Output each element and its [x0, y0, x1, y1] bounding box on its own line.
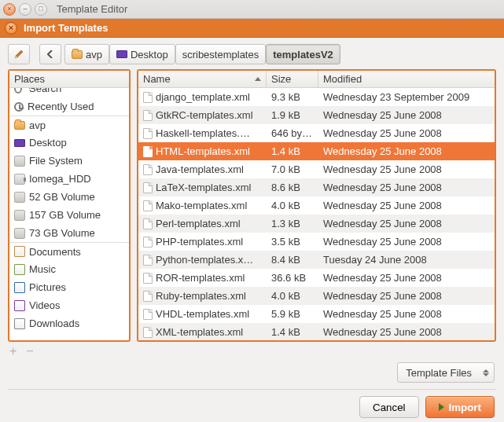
places-item-music[interactable]: Music [9, 260, 129, 278]
usb-icon [14, 174, 25, 185]
file-columns-header: Name Size Modified [138, 71, 495, 88]
chevron-left-icon [47, 50, 53, 58]
places-item-iomega-hdd[interactable]: Iomega_HDD [9, 170, 129, 188]
disk-icon [14, 192, 25, 203]
places-item-52-gb-volume[interactable]: 52 GB Volume [9, 188, 129, 206]
file-icon [143, 237, 153, 248]
places-remove-button[interactable]: − [26, 345, 33, 358]
combo-spin-icon [483, 369, 489, 376]
edit-path-button[interactable] [8, 44, 30, 64]
places-item-157-gb-volume[interactable]: 157 GB Volume [9, 206, 129, 224]
desktop-icon [116, 50, 127, 58]
file-row[interactable]: PHP-templates.xml3.5 kBWednesday 25 June… [138, 233, 495, 251]
places-item-pictures[interactable]: Pictures [9, 278, 129, 296]
dialog-header: × Import Templates [0, 19, 504, 38]
places-item-recently-used[interactable]: Recently Used [9, 97, 129, 116]
disk-icon [14, 210, 25, 221]
disk-icon [14, 156, 25, 167]
sort-asc-icon [255, 77, 261, 81]
file-row[interactable]: Haskell-templates.…646 bytesWednesday 25… [138, 124, 495, 142]
column-name[interactable]: Name [138, 71, 267, 87]
file-icon [143, 92, 153, 103]
dialog-close-button[interactable]: × [5, 22, 17, 35]
places-sidebar: Places SearchRecently UsedavpDesktopFile… [8, 69, 131, 342]
file-icon [143, 164, 153, 175]
recent-icon [14, 102, 24, 112]
file-icon [143, 128, 153, 139]
file-row[interactable]: XML-templates.xml1.4 kBWednesday 25 June… [138, 323, 495, 340]
file-icon [143, 218, 153, 229]
places-item-73-gb-volume[interactable]: 73 GB Volume [9, 224, 129, 242]
search-icon [14, 88, 25, 94]
breadcrumb-templatesv2[interactable]: templatesV2 [266, 44, 340, 64]
doc-icon [14, 246, 25, 257]
column-modified[interactable]: Modified [318, 71, 495, 87]
path-toolbar: avpDesktopscribestemplatestemplatesV2 [0, 38, 504, 69]
places-header: Places [9, 71, 129, 88]
places-item-downloads[interactable]: Downloads [9, 314, 129, 332]
places-controls: + − [0, 342, 504, 361]
places-item-search[interactable]: Search [9, 88, 129, 97]
vid-icon [14, 300, 25, 311]
breadcrumb-desktop[interactable]: Desktop [109, 44, 175, 64]
file-row[interactable]: HTML-templates.xml1.4 kBWednesday 25 Jun… [138, 142, 495, 160]
import-button[interactable]: Import [425, 396, 495, 418]
places-item-documents[interactable]: Documents [9, 242, 129, 260]
places-add-button[interactable]: + [9, 345, 17, 358]
places-item-avp[interactable]: avp [9, 116, 129, 134]
file-icon [143, 255, 153, 266]
file-row[interactable]: GtkRC-templates.xml1.9 kBWednesday 25 Ju… [138, 106, 495, 124]
file-list-pane: Name Size Modified django_template.xml9.… [137, 69, 496, 342]
window-maximize-button[interactable]: □ [35, 3, 47, 16]
window-minimize-button[interactable]: – [19, 3, 31, 16]
window-title: Template Editor [57, 3, 127, 15]
dialog-actions: Cancel Import [0, 390, 504, 422]
column-size[interactable]: Size [267, 71, 318, 87]
breadcrumb-scribestemplates[interactable]: scribestemplates [175, 44, 267, 64]
file-icon [143, 182, 153, 193]
desktop-icon [14, 139, 25, 147]
file-row[interactable]: Java-templates.xml7.0 kBWednesday 25 Jun… [138, 160, 495, 178]
file-icon [143, 309, 153, 320]
places-item-desktop[interactable]: Desktop [9, 134, 129, 152]
file-icon [143, 327, 153, 338]
pic-icon [14, 282, 25, 293]
window-close-button[interactable]: × [3, 3, 16, 16]
file-row[interactable]: ROR-templates.xml36.6 kBWednesday 25 Jun… [138, 269, 495, 287]
folder-icon [72, 50, 83, 59]
file-icon [143, 291, 153, 302]
file-icon [143, 200, 153, 211]
file-row[interactable]: LaTeX-templates.xml8.6 kBWednesday 25 Ju… [138, 178, 495, 196]
file-row[interactable]: Perl-templates.xml1.3 kBWednesday 25 Jun… [138, 215, 495, 233]
file-row[interactable]: django_template.xml9.3 kBWednesday 23 Se… [138, 88, 495, 106]
import-arrow-icon [439, 403, 444, 411]
file-row[interactable]: Python-templates.x…8.4 kBTuesday 24 June… [138, 251, 495, 269]
file-row[interactable]: VHDL-templates.xml5.9 kBWednesday 25 Jun… [138, 305, 495, 323]
window-titlebar: × – □ Template Editor [0, 0, 504, 19]
path-back-button[interactable] [39, 44, 61, 64]
mus-icon [14, 264, 25, 275]
cancel-button[interactable]: Cancel [359, 396, 419, 418]
dl-icon [14, 318, 25, 329]
dialog-title: Import Templates [24, 22, 108, 34]
breadcrumb-avp[interactable]: avp [64, 44, 109, 64]
places-item-videos[interactable]: Videos [9, 296, 129, 314]
folder-icon [14, 121, 25, 130]
file-filter-combo[interactable]: Template Files [397, 362, 495, 383]
pencil-icon [13, 49, 24, 60]
file-icon [143, 110, 153, 121]
file-row[interactable]: Mako-templates.xml4.0 kBWednesday 25 Jun… [138, 196, 495, 215]
file-row[interactable]: Ruby-templates.xml4.0 kBWednesday 25 Jun… [138, 287, 495, 305]
file-icon [143, 273, 153, 284]
places-item-file-system[interactable]: File System [9, 152, 129, 170]
file-filter-label: Template Files [406, 367, 472, 379]
disk-icon [14, 228, 25, 239]
file-icon [143, 146, 153, 157]
